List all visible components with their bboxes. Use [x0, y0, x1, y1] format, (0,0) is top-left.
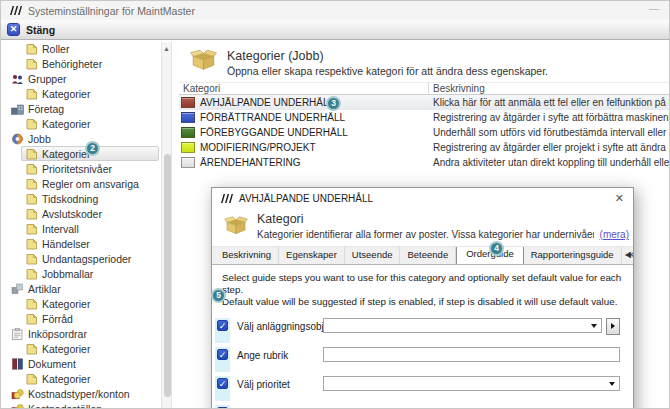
guide-intro-line1: Select guide steps you want to use for t…	[222, 272, 623, 296]
step-checkbox[interactable]: ✓	[217, 320, 228, 331]
sidebar-item-intervall[interactable]: Intervall	[1, 221, 177, 236]
sidebar-item-label: Avslutskoder	[42, 208, 102, 220]
sidebar-item-avslutskoder[interactable]: Avslutskoder	[1, 206, 177, 221]
sidebar-item-label: Artiklar	[28, 283, 61, 295]
checkbox-cell: ✓	[215, 347, 230, 372]
sidebar-item-undantagsperioder[interactable]: Undantagsperioder	[1, 251, 177, 266]
dialog-title: AVHJÄLPANDE UNDERHÅLL	[239, 193, 373, 204]
page-title: Kategorier (Jobb)	[227, 49, 548, 63]
sidebar-item-kategorier[interactable]: Kategorier	[1, 86, 177, 101]
sidebar-item-label: Tidskodning	[42, 193, 98, 205]
sidebar-item-h-ndelser[interactable]: Händelser	[1, 236, 177, 251]
table-row[interactable]: FÖRBÄTTRANDE UNDERHÅLLRegistrering av åt…	[179, 110, 669, 125]
category-name: FÖRBÄTTRANDE UNDERHÅLL	[200, 112, 345, 123]
category-color-swatch	[181, 97, 195, 108]
sidebar-item-tidskodning[interactable]: Tidskodning	[1, 191, 177, 206]
guide-steps: ✓Välj anläggningsobjekt✓Ange rubrik✓Välj…	[215, 318, 623, 409]
step-browse-button[interactable]	[606, 318, 620, 335]
step-label: Ange egendefinierade egenskaper	[237, 405, 323, 409]
table-row[interactable]: ÄRENDEHANTERINGAndra aktiviteter utan di…	[179, 155, 669, 170]
category-color-swatch	[181, 142, 195, 153]
job-icon	[11, 133, 24, 145]
sidebar-item-label: Kategorier	[42, 373, 90, 385]
dialog-titlebar: AVHJÄLPANDE UNDERHÅLL ✕	[212, 188, 633, 208]
sidebar-item-label: Behörigheter	[42, 58, 102, 70]
close-x-icon[interactable]: ✕	[7, 23, 20, 36]
chevron-down-icon	[609, 382, 615, 386]
categories-table: Kategori Beskrivning AVHJÄLPANDE UNDERHÅ…	[179, 82, 669, 170]
guide-step: ✓Ange egendefinierade egenskaper	[215, 405, 623, 409]
checkbox-cell: ✓	[215, 376, 230, 401]
sidebar-item-grupper[interactable]: Grupper	[1, 71, 177, 86]
sidebar-item-kostnadstyper-konton[interactable]: Kostnadstyper/konton	[1, 386, 177, 401]
toolbar: ✕ Stäng	[1, 20, 669, 40]
folder-icon	[25, 313, 38, 325]
tab-egenskaper[interactable]: Egenskaper	[279, 246, 345, 264]
sidebar-item-kategorier[interactable]: Kategorier	[1, 116, 177, 131]
tab-beskrivning[interactable]: Beskrivning	[215, 246, 279, 264]
folder-icon	[25, 193, 38, 205]
window-title: Systeminställningar för MaintMaster	[28, 5, 195, 17]
table-row[interactable]: FÖREBYGGANDE UNDERHÅLLUnderhåll som utfö…	[179, 125, 669, 140]
table-row[interactable]: MODIFIERING/PROJEKTRegistrering av åtgär…	[179, 140, 669, 155]
articles-icon	[11, 283, 24, 295]
scroll-up-icon[interactable]: ▲	[162, 42, 171, 52]
step-combo[interactable]	[323, 376, 620, 391]
dialog-close-icon[interactable]: ✕	[615, 193, 624, 204]
category-name: AVHJÄLPANDE UNDERHÅLL	[200, 97, 334, 108]
settings-tree: RollerBehörigheterGrupperKategorierFöret…	[1, 41, 177, 409]
maintmaster-logo-icon	[220, 193, 233, 204]
sidebar-item-dokument[interactable]: Dokument	[1, 356, 177, 371]
guide-intro-line2: Default value will be suggested if step …	[222, 296, 623, 308]
dialog-body: Select guide steps you want to use for t…	[212, 265, 633, 409]
step-checkbox[interactable]: ✓	[217, 349, 228, 360]
column-header-kategori[interactable]: Kategori	[179, 82, 429, 95]
sidebar-item-f-rr-d[interactable]: Förråd	[1, 311, 177, 326]
folder-icon	[25, 178, 38, 190]
sidebar-item-roller[interactable]: Roller	[1, 41, 177, 56]
sidebar-item-regler-om-ansvariga[interactable]: Regler om ansvariga	[1, 176, 177, 191]
main-header: Kategorier (Jobb) Öppna eller skapa resp…	[177, 41, 669, 77]
sidebar-item-kategorier[interactable]: Kategorier	[1, 341, 177, 356]
window-titlebar: Systeminställningar för MaintMaster —	[1, 1, 669, 20]
close-button[interactable]: Stäng	[26, 24, 55, 36]
scrollbar-thumb[interactable]	[164, 154, 171, 397]
sidebar-item-kostnadsst-llen[interactable]: Kostnadsställen	[1, 401, 177, 409]
minimize-icon[interactable]: —	[649, 3, 659, 14]
tab-utseende[interactable]: Utseende	[345, 246, 401, 264]
group-icon	[11, 73, 24, 85]
sidebar-item-ink-psordrar[interactable]: Inköpsordrar	[1, 326, 177, 341]
category-color-swatch	[181, 157, 195, 168]
sidebar-item-label: Kostnadsställen	[28, 403, 102, 409]
sidebar-item-f-retag[interactable]: Företag	[1, 101, 177, 116]
checkbox-cell: ✓	[215, 405, 230, 409]
sidebar-item-prioritetsniv-er[interactable]: Prioritetsnivåer	[1, 161, 177, 176]
step-text-input[interactable]	[323, 347, 620, 362]
checkbox-cell: ✓	[215, 318, 230, 343]
sidebar-item-label: Företag	[28, 103, 64, 115]
category-description: Registrering av åtgärder eller projekt i…	[429, 142, 669, 153]
step-label: Ange rubrik	[237, 347, 323, 361]
tab-beteende[interactable]: Beteende	[400, 246, 456, 264]
category-description: Registrering av åtgärder i syfte att för…	[429, 112, 669, 123]
sidebar-item-artiklar[interactable]: Artiklar	[1, 281, 177, 296]
step-combo[interactable]	[323, 318, 602, 333]
table-body: AVHJÄLPANDE UNDERHÅLLKlicka här för att …	[179, 95, 669, 170]
guide-step: ✓Välj anläggningsobjekt	[215, 318, 623, 334]
sidebar-item-kategorier[interactable]: Kategorier	[1, 296, 177, 311]
step-checkbox[interactable]: ✓	[217, 378, 228, 389]
sidebar-item-jobbmallar[interactable]: Jobbmallar	[1, 266, 177, 281]
sidebar-scrollbar[interactable]: ▲	[161, 42, 172, 408]
cost-icon	[11, 403, 24, 409]
sidebar-item-label: Förråd	[42, 313, 73, 325]
column-header-beskrivning[interactable]: Beskrivning	[429, 83, 669, 94]
tab-rapporteringsguide[interactable]: Rapporteringsguide	[524, 246, 622, 264]
table-row[interactable]: AVHJÄLPANDE UNDERHÅLLKlicka här för att …	[179, 95, 669, 110]
tab-scroll-left-icon[interactable]: ◀	[625, 250, 631, 259]
folder-icon	[25, 163, 38, 175]
sidebar-item-label: Roller	[42, 43, 69, 55]
guide-intro: Select guide steps you want to use for t…	[215, 272, 623, 309]
sidebar-item-beh-righeter[interactable]: Behörigheter	[1, 56, 177, 71]
more-link[interactable]: (mera)	[600, 229, 629, 240]
sidebar-item-kategorier[interactable]: Kategorier	[1, 371, 177, 386]
